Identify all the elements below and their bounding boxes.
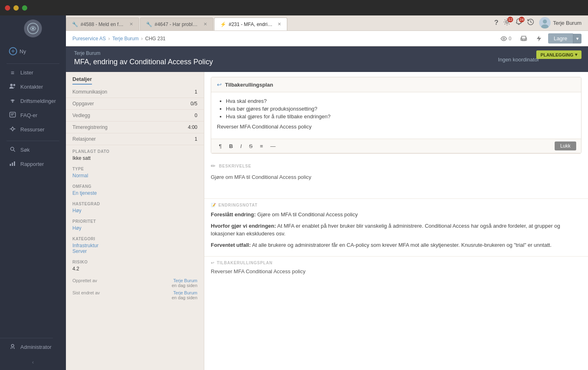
sidebar-item-search[interactable]: Søk [0,143,66,157]
sist-endret-row: Sist endret av Terje Burum en dag siden [72,290,197,300]
content-area: Terje Burum MFA, endring av Conditional … [66,46,588,370]
save-dropdown-button[interactable]: ▾ [573,34,581,44]
watch-button[interactable]: 0 [498,34,514,43]
svg-point-13 [11,147,14,150]
toolbar-close-button[interactable]: Lukk [555,141,576,150]
tilbakerull-label: TILBAKERULLINGSPLAN [217,261,273,265]
breadcrumb-bar: Pureservice AS › Terje Burum › CHG 231 0 [66,31,588,46]
svg-rect-5 [10,112,15,117]
resources-icon [9,126,16,133]
meta-footer: Opprettet av Terje Burum en dag siden Si… [66,273,204,307]
svg-rect-24 [522,36,526,39]
rollback-card-body[interactable]: Hva skal endres? Hva bør gjøres før prod… [211,92,581,139]
search-icon [9,146,16,153]
tab-231[interactable]: ⚡ #231 - MFA, endring av ... ✕ [214,17,287,30]
editor-toolbar: ¶ B I S ≡ — Lukk [211,139,581,153]
toolbar-strikethrough[interactable]: S [246,142,256,150]
plus-circle-icon: + [9,47,17,55]
detail-row-kommunikasjon: Kommunikasjon 1 [66,86,204,98]
collapse-sidebar-button[interactable]: ‹ [0,354,66,370]
sidebar-logo [24,20,42,37]
faq-icon [9,112,16,119]
flash-button[interactable] [533,34,544,44]
print-button[interactable] [518,34,529,43]
tab-4647[interactable]: 🔧 #4647 - Har problemer .... ✕ [140,17,213,30]
sidebar-item-ressurser[interactable]: Ressurser [0,122,66,137]
svg-point-3 [13,84,15,86]
prioritet-section: PRIORITET Høy [66,215,204,233]
help-button[interactable]: ? [494,19,498,27]
svg-rect-25 [522,39,525,41]
svg-point-8 [11,128,14,130]
tab-icon-4647: 🔧 [146,22,152,27]
tilbakerull-icon: ↩ [211,261,214,265]
settings-button[interactable]: 12 [503,18,511,27]
tab-icon-4588: 🔧 [72,22,78,27]
sidebar-bottom: Administrator ‹ [0,336,66,370]
admin-icon [9,344,16,350]
sidebar-item-driftsmeldinger[interactable]: Driftsmeldinger [0,94,66,108]
status-badge[interactable]: PLANLEGGING ▾ [536,50,581,59]
broadcast-icon [9,98,16,104]
content-columns: Detaljer Kommunikasjon 1 Oppgaver 0/5 [66,72,588,370]
topbar-actions: ? 12 24 [488,15,588,30]
details-tab[interactable]: Detaljer [72,76,92,85]
tab-close-231[interactable]: ✕ [278,22,281,27]
planlagt-dato-section: PLANLAGT DATO Ikke satt [66,145,204,163]
tab-4588[interactable]: 🔧 #4588 - Meld en feil > F.... ✕ [66,17,139,30]
detail-row-relasjoner: Relasjoner 1 [66,133,204,145]
right-panel: ↩ Tilbakerullingsplan Hva skal endres? H… [204,72,588,370]
new-button[interactable]: + Ny [0,45,66,58]
toolbar-list[interactable]: ≡ [257,142,266,150]
rollback-icon: ↩ [217,81,222,88]
beskrivelse-content: Gjøre om MFA til Conditional Access poli… [211,172,581,196]
history-button[interactable] [527,18,534,27]
sidebar-item-rapporter[interactable]: Rapporter [0,157,66,171]
svg-point-4 [12,102,13,103]
tab-close-4647[interactable]: ✕ [203,22,207,27]
toolbar-hr[interactable]: — [267,142,278,150]
sidebar-item-administrator[interactable]: Administrator [0,340,66,354]
app-container: + Ny ≡ Lister Kontakter [0,15,588,370]
user-name: Terje Burum [553,20,581,26]
hastegrad-section: HASTEGRAD Høy [66,198,204,215]
notifications-button[interactable]: 24 [516,18,522,27]
user-avatar [539,17,551,28]
issue-wrapper: Terje Burum MFA, endring av Conditional … [66,46,588,370]
beskrivelse-label: BESKRIVELSE [219,164,251,168]
toolbar-italic[interactable]: I [237,142,245,150]
svg-rect-15 [10,164,11,166]
sidebar-item-faq[interactable]: FAQ-er [0,108,66,122]
svg-point-21 [543,20,547,24]
tab-close-4588[interactable]: ✕ [129,22,133,27]
tab-icon-231: ⚡ [220,22,226,27]
toolbar-bold[interactable]: B [226,142,236,150]
reports-icon [9,161,16,168]
detail-row-timeregistrering: Timeregistrering 4:00 [66,122,204,133]
omfang-section: OMFANG En tjeneste [66,180,204,198]
user-menu[interactable]: Terje Burum [539,17,581,28]
sidebar: + Ny ≡ Lister Kontakter [0,15,66,370]
sidebar-divider2 [7,141,59,141]
beskrivelse-section: ✏ BESKRIVELSE Gjøre om MFA til Condition… [204,159,588,198]
svg-point-18 [11,344,14,347]
titlebar [0,0,588,15]
sidebar-divider [7,63,59,64]
issue-author: Terje Burum [74,50,580,56]
sidebar-item-kontakter[interactable]: Kontakter [0,80,66,94]
save-button[interactable]: Lagre [548,33,573,44]
maximize-btn[interactable] [22,5,27,11]
minimize-btn[interactable] [13,5,19,11]
left-panel-inner: Detaljer Kommunikasjon 1 Oppgaver 0/5 [66,72,204,307]
breadcrumb-pureservice[interactable]: Pureservice AS [72,36,106,41]
close-btn[interactable] [5,5,10,11]
sidebar-item-lister[interactable]: ≡ Lister [0,65,66,80]
type-section: TYPE Normal [66,163,204,180]
list-icon: ≡ [9,69,16,76]
bullet-3: Hva skal gjøres for å rulle tilbake endr… [226,113,575,120]
details-tab-bar: Detaljer [66,72,204,86]
breadcrumb-user[interactable]: Terje Burum [112,36,139,41]
toolbar-paragraph[interactable]: ¶ [216,142,225,150]
settings-badge: 12 [507,17,513,22]
svg-point-2 [10,84,13,86]
